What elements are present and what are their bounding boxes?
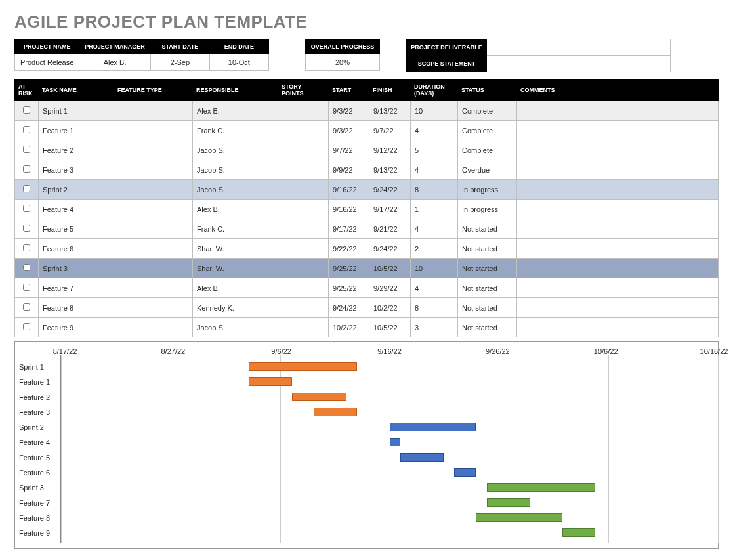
- cell-comments[interactable]: [517, 298, 719, 318]
- at-risk-checkbox[interactable]: [23, 284, 30, 291]
- cell-duration[interactable]: 8: [411, 298, 458, 318]
- cell-story-points[interactable]: [278, 160, 329, 180]
- at-risk-checkbox[interactable]: [23, 165, 30, 173]
- cell-responsible[interactable]: Frank C.: [193, 219, 278, 239]
- cell-start[interactable]: 9/25/22: [329, 278, 369, 298]
- cell-task-name[interactable]: Sprint 1: [39, 101, 114, 121]
- cell-duration[interactable]: 5: [411, 140, 458, 160]
- cell-story-points[interactable]: [278, 259, 329, 278]
- cell-story-points[interactable]: [278, 101, 329, 121]
- cell-task-name[interactable]: Feature 6: [39, 239, 114, 259]
- cell-duration[interactable]: 3: [411, 318, 458, 337]
- cell-comments[interactable]: [517, 160, 719, 180]
- cell-task-name[interactable]: Feature 9: [39, 318, 114, 337]
- val-overall-progress[interactable]: 20%: [305, 54, 379, 71]
- cell-finish[interactable]: 9/24/22: [369, 239, 411, 259]
- cell-responsible[interactable]: Alex B.: [193, 101, 278, 121]
- cell-task-name[interactable]: Feature 3: [39, 160, 114, 180]
- cell-feature-type[interactable]: [114, 298, 193, 318]
- cell-task-name[interactable]: Sprint 2: [39, 180, 114, 200]
- cell-start[interactable]: 9/17/22: [329, 219, 369, 239]
- cell-comments[interactable]: [517, 219, 719, 239]
- cell-responsible[interactable]: Frank C.: [193, 121, 278, 140]
- cell-task-name[interactable]: Feature 5: [39, 219, 114, 239]
- cell-duration[interactable]: 4: [411, 160, 458, 180]
- cell-responsible[interactable]: Jacob S.: [193, 318, 278, 337]
- cell-start[interactable]: 9/3/22: [329, 101, 369, 121]
- cell-comments[interactable]: [517, 200, 719, 219]
- at-risk-checkbox[interactable]: [23, 244, 30, 251]
- cell-duration[interactable]: 10: [411, 259, 458, 278]
- val-project-name[interactable]: Product Release: [15, 54, 79, 71]
- cell-finish[interactable]: 9/7/22: [369, 121, 411, 140]
- cell-feature-type[interactable]: [114, 180, 193, 200]
- cell-finish[interactable]: 9/17/22: [369, 200, 411, 219]
- at-risk-checkbox[interactable]: [23, 146, 30, 153]
- cell-status[interactable]: Not started: [458, 298, 517, 318]
- cell-responsible[interactable]: Jacob S.: [193, 140, 278, 160]
- cell-responsible[interactable]: Shari W.: [193, 259, 278, 278]
- cell-feature-type[interactable]: [114, 259, 193, 278]
- cell-feature-type[interactable]: [114, 278, 193, 298]
- cell-status[interactable]: Overdue: [458, 160, 517, 180]
- cell-story-points[interactable]: [278, 298, 329, 318]
- cell-story-points[interactable]: [278, 121, 329, 140]
- cell-duration[interactable]: 4: [411, 278, 458, 298]
- cell-comments[interactable]: [517, 278, 719, 298]
- at-risk-checkbox[interactable]: [23, 106, 30, 114]
- cell-status[interactable]: Not started: [458, 318, 517, 337]
- cell-status[interactable]: Not started: [458, 239, 517, 259]
- val-scope[interactable]: [486, 56, 670, 72]
- at-risk-checkbox[interactable]: [23, 303, 30, 311]
- cell-responsible[interactable]: Jacob S.: [193, 160, 278, 180]
- cell-start[interactable]: 9/16/22: [329, 180, 369, 200]
- cell-start[interactable]: 9/22/22: [329, 239, 369, 259]
- cell-story-points[interactable]: [278, 278, 329, 298]
- cell-finish[interactable]: 9/12/22: [369, 140, 411, 160]
- cell-story-points[interactable]: [278, 180, 329, 200]
- cell-start[interactable]: 9/25/22: [329, 259, 369, 278]
- at-risk-checkbox[interactable]: [23, 185, 30, 192]
- cell-task-name[interactable]: Sprint 3: [39, 259, 114, 278]
- cell-feature-type[interactable]: [114, 140, 193, 160]
- cell-comments[interactable]: [517, 259, 719, 278]
- cell-responsible[interactable]: Kennedy K.: [193, 298, 278, 318]
- at-risk-checkbox[interactable]: [23, 205, 30, 212]
- cell-finish[interactable]: 9/29/22: [369, 278, 411, 298]
- cell-feature-type[interactable]: [114, 200, 193, 219]
- cell-duration[interactable]: 1: [411, 200, 458, 219]
- cell-status[interactable]: Complete: [458, 121, 517, 140]
- cell-task-name[interactable]: Feature 1: [39, 121, 114, 140]
- cell-start[interactable]: 9/9/22: [329, 160, 369, 180]
- cell-task-name[interactable]: Feature 7: [39, 278, 114, 298]
- cell-comments[interactable]: [517, 239, 719, 259]
- cell-start[interactable]: 9/7/22: [329, 140, 369, 160]
- cell-responsible[interactable]: Shari W.: [193, 239, 278, 259]
- cell-comments[interactable]: [517, 180, 719, 200]
- cell-start[interactable]: 9/24/22: [329, 298, 369, 318]
- cell-responsible[interactable]: Alex B.: [193, 200, 278, 219]
- cell-feature-type[interactable]: [114, 160, 193, 180]
- cell-story-points[interactable]: [278, 140, 329, 160]
- cell-feature-type[interactable]: [114, 101, 193, 121]
- cell-start[interactable]: 10/2/22: [329, 318, 369, 337]
- cell-finish[interactable]: 9/13/22: [369, 160, 411, 180]
- at-risk-checkbox[interactable]: [23, 264, 30, 271]
- val-deliverable[interactable]: [486, 39, 670, 56]
- cell-comments[interactable]: [517, 101, 719, 121]
- cell-story-points[interactable]: [278, 219, 329, 239]
- cell-status[interactable]: Complete: [458, 140, 517, 160]
- at-risk-checkbox[interactable]: [23, 323, 30, 330]
- cell-status[interactable]: Complete: [458, 101, 517, 121]
- cell-status[interactable]: In progress: [458, 180, 517, 200]
- cell-finish[interactable]: 10/5/22: [369, 318, 411, 337]
- cell-feature-type[interactable]: [114, 239, 193, 259]
- cell-duration[interactable]: 2: [411, 239, 458, 259]
- at-risk-checkbox[interactable]: [23, 225, 30, 232]
- val-end-date[interactable]: 10-Oct: [209, 54, 268, 71]
- cell-finish[interactable]: 9/24/22: [369, 180, 411, 200]
- cell-duration[interactable]: 4: [411, 121, 458, 140]
- cell-comments[interactable]: [517, 121, 719, 140]
- cell-feature-type[interactable]: [114, 318, 193, 337]
- cell-status[interactable]: In progress: [458, 200, 517, 219]
